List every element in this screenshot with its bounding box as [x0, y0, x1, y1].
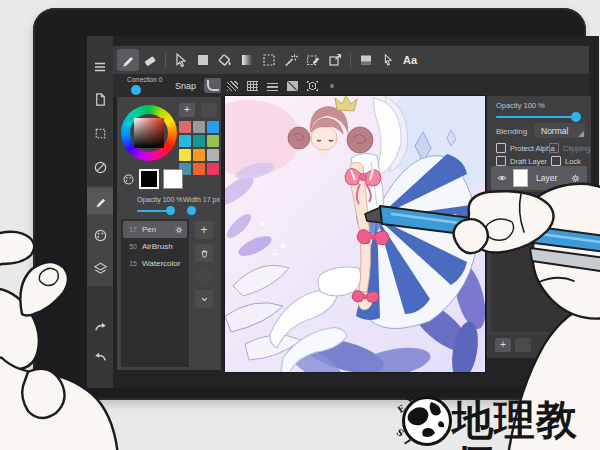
layers-icon[interactable]: [87, 255, 113, 281]
select-pen-tool-icon[interactable]: [302, 49, 324, 71]
width-slider-knob[interactable]: [187, 206, 196, 215]
background-color-chip[interactable]: [163, 169, 183, 189]
swatch-grid: [179, 121, 219, 175]
canvas-artwork: [225, 96, 485, 372]
add-swatch-button[interactable]: +: [179, 103, 195, 117]
pointer-tool-icon[interactable]: [377, 49, 399, 71]
color-swatch[interactable]: [207, 163, 219, 175]
correction-snap-row: Correction 0 Snap: [113, 74, 589, 97]
fill-shape-tool-icon[interactable]: [192, 49, 214, 71]
menu-icon[interactable]: [87, 54, 113, 80]
brush-item-airbrush[interactable]: 50 AirBrush: [123, 238, 187, 255]
select-icon[interactable]: [87, 120, 113, 146]
layer-settings-gear-icon[interactable]: [570, 173, 581, 184]
snap-radial-icon[interactable]: [304, 78, 321, 93]
color-swatch[interactable]: [207, 135, 219, 147]
add-layer-button[interactable]: +: [495, 338, 511, 352]
brush-list: 17 Pen 50 AirBrush 15 Watercolor: [121, 219, 189, 367]
snap-parallel-icon[interactable]: [224, 78, 241, 93]
palette-mode-icon[interactable]: [122, 173, 135, 186]
brush-name: AirBrush: [142, 242, 173, 251]
color-swatch[interactable]: [193, 121, 205, 133]
color-swatch[interactable]: [179, 149, 191, 161]
brush-settings-gear-icon[interactable]: [174, 225, 184, 235]
brush-size: 15: [123, 260, 137, 267]
gradient-tool-icon[interactable]: [236, 49, 258, 71]
lock-checkbox[interactable]: Lock: [551, 156, 581, 166]
brush-item-pen[interactable]: 17 Pen: [123, 221, 187, 238]
layer-opacity-knob[interactable]: [571, 112, 581, 122]
panel-layout-tool-icon[interactable]: [355, 49, 377, 71]
top-toolbar: Aa: [113, 46, 589, 74]
color-swatch[interactable]: [179, 135, 191, 147]
watermark-text: 地理教师: [452, 398, 600, 450]
dropdown-corner-icon: [578, 131, 584, 137]
undo-icon[interactable]: [87, 344, 113, 370]
magic-wand-tool-icon[interactable]: [280, 49, 302, 71]
opacity-slider-knob[interactable]: [166, 206, 175, 215]
color-swatch[interactable]: [193, 149, 205, 161]
clipping-checkbox[interactable]: Clipping: [549, 143, 590, 153]
remove-swatch-button[interactable]: [201, 103, 217, 117]
snap-off-icon[interactable]: [204, 78, 221, 93]
layer-name: Layer: [536, 173, 557, 183]
layer-row[interactable]: Layer: [491, 166, 587, 190]
layer-list-area: [491, 192, 587, 332]
color-swatch[interactable]: [207, 121, 219, 133]
deselect-icon[interactable]: [87, 154, 113, 180]
move-tool-icon[interactable]: [170, 49, 192, 71]
new-page-icon[interactable]: [87, 86, 113, 112]
colors-palette-icon[interactable]: [87, 222, 113, 248]
foreground-color-chip[interactable]: [139, 169, 159, 189]
select-rectangle-tool-icon[interactable]: [258, 49, 280, 71]
drawing-canvas[interactable]: [225, 96, 485, 372]
color-swatch[interactable]: [207, 149, 219, 161]
brush-size: 17: [123, 226, 137, 233]
bucket-fill-tool-icon[interactable]: [214, 49, 236, 71]
brush-tool-icon[interactable]: [117, 49, 139, 71]
blending-dropdown[interactable]: Normal: [534, 123, 585, 138]
checkbox-label: Draft Layer: [510, 157, 547, 166]
export-share-tool-icon[interactable]: [324, 49, 346, 71]
add-brush-button[interactable]: +: [195, 221, 213, 239]
text-tool-icon[interactable]: Aa: [399, 49, 421, 71]
color-swatch[interactable]: [179, 121, 191, 133]
snap-more-dot: [330, 84, 334, 88]
brush-opacity-label: Opacity 100 %: [137, 196, 183, 203]
left-fingertip: [0, 232, 34, 266]
saturation-value-square[interactable]: [134, 118, 164, 148]
color-brush-panel: + Opacity 100 % Wid: [117, 97, 221, 370]
correction-label: Correction 0: [127, 76, 162, 83]
color-swatch[interactable]: [193, 163, 205, 175]
blending-value: Normal: [541, 126, 568, 136]
snap-label: Snap: [175, 81, 196, 91]
brush-name: Watercolor: [142, 259, 180, 268]
tablet-device: Aa Correction 0 Snap +: [33, 8, 586, 400]
text-tool-label: Aa: [403, 54, 417, 66]
draft-layer-checkbox[interactable]: Draft Layer: [496, 156, 547, 166]
snap-vanishing-icon[interactable]: [284, 78, 301, 93]
blending-label: Blending: [496, 127, 527, 136]
brush-sidebar-icon[interactable]: [87, 188, 113, 214]
layer-opacity-label: Opacity 100 %: [496, 101, 545, 110]
brush-item-watercolor[interactable]: 15 Watercolor: [123, 255, 187, 272]
brush-up-button[interactable]: [195, 267, 213, 285]
delete-brush-button[interactable]: [195, 244, 213, 262]
brush-size: 50: [123, 243, 137, 250]
correction-slider-knob[interactable]: [131, 85, 141, 95]
brush-width-label: Width 17 px: [183, 196, 220, 203]
protect-alpha-checkbox[interactable]: Protect Alpha: [496, 143, 555, 153]
checkbox-label: Clipping: [563, 144, 590, 153]
checkbox-label: Protect Alpha: [510, 144, 555, 153]
color-swatch[interactable]: [193, 135, 205, 147]
delete-layer-button[interactable]: [515, 338, 531, 352]
snap-horizontal-icon[interactable]: [264, 78, 281, 93]
brush-down-button[interactable]: [195, 290, 213, 308]
snap-grid-icon[interactable]: [244, 78, 261, 93]
layer-visibility-eye-icon[interactable]: [496, 172, 508, 184]
redo-icon[interactable]: [87, 314, 113, 340]
side-toolbar: [87, 36, 113, 388]
layer-thumbnail: [513, 169, 528, 187]
layer-opacity-track[interactable]: [496, 116, 580, 118]
eraser-tool-icon[interactable]: [139, 49, 161, 71]
